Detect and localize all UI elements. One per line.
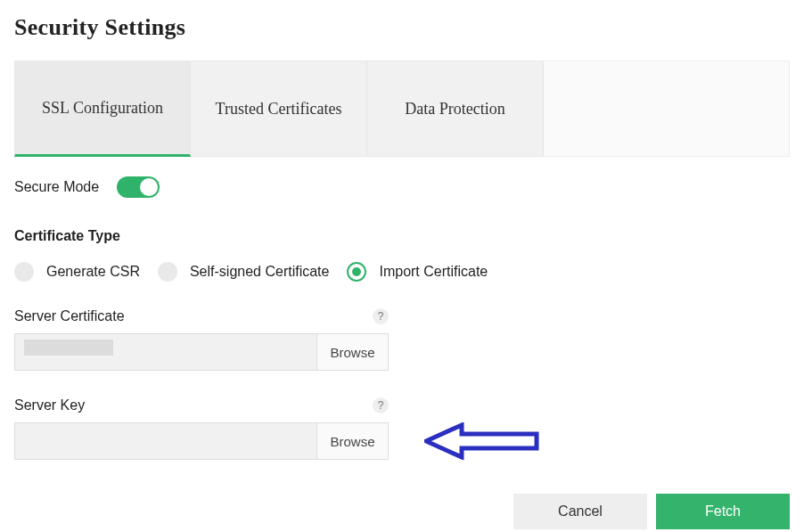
- help-icon[interactable]: ?: [373, 397, 389, 413]
- cancel-button[interactable]: Cancel: [513, 494, 647, 529]
- server-certificate-label: Server Certificate: [14, 308, 125, 324]
- tab-ssl-configuration[interactable]: SSL Configuration: [14, 61, 191, 157]
- server-certificate-browse-button[interactable]: Browse: [316, 334, 388, 370]
- help-icon[interactable]: ?: [373, 308, 389, 324]
- fetch-button[interactable]: Fetch: [656, 494, 790, 529]
- radio-label: Self-signed Certificate: [190, 264, 330, 280]
- tab-label: Trusted Certificates: [216, 100, 342, 119]
- radio-import-certificate[interactable]: [347, 262, 366, 282]
- file-chip-placeholder: [24, 340, 113, 356]
- radio-generate-csr[interactable]: [14, 262, 34, 282]
- server-key-input[interactable]: [15, 423, 316, 459]
- certificate-type-radio-group: Generate CSR Self-signed Certificate Imp…: [14, 262, 790, 282]
- secure-mode-toggle[interactable]: [117, 176, 160, 198]
- server-key-label: Server Key: [14, 397, 85, 413]
- server-certificate-input[interactable]: [15, 334, 316, 370]
- secure-mode-label: Secure Mode: [14, 179, 99, 195]
- tab-label: SSL Configuration: [42, 99, 163, 118]
- tab-filler: [544, 61, 790, 157]
- page-title: Security Settings: [14, 14, 790, 41]
- tab-label: Data Protection: [405, 100, 505, 119]
- footer-actions: Cancel Fetch: [14, 494, 790, 529]
- tab-trusted-certificates[interactable]: Trusted Certificates: [191, 61, 367, 157]
- radio-self-signed[interactable]: [158, 262, 177, 282]
- svg-marker-0: [426, 425, 537, 457]
- server-key-field: Server Key ? Browse: [14, 397, 389, 460]
- arrow-left-icon: [424, 422, 540, 460]
- certificate-type-title: Certificate Type: [14, 228, 790, 244]
- server-certificate-field: Server Certificate ? Browse: [14, 308, 389, 371]
- radio-label: Generate CSR: [46, 264, 140, 280]
- server-key-browse-button[interactable]: Browse: [316, 423, 388, 459]
- tabbar: SSL Configuration Trusted Certificates D…: [14, 61, 790, 157]
- toggle-knob: [140, 178, 158, 196]
- radio-label: Import Certificate: [379, 264, 488, 280]
- tab-data-protection[interactable]: Data Protection: [367, 61, 544, 157]
